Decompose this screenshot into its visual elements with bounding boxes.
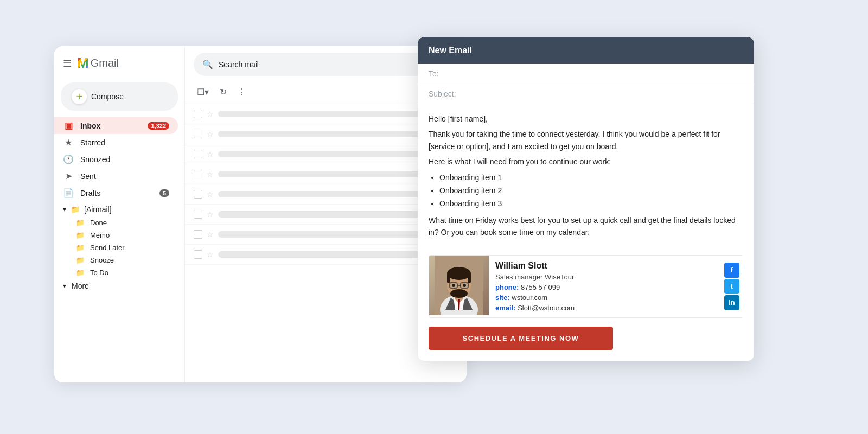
email-checkbox[interactable] bbox=[194, 190, 202, 199]
sidebar-item-snoozed[interactable]: 🕐 Snoozed bbox=[54, 151, 178, 168]
person-avatar-svg bbox=[435, 256, 483, 315]
inbox-icon: ▣ bbox=[63, 120, 74, 131]
star-icon[interactable]: ☆ bbox=[207, 170, 214, 178]
starred-label: Starred bbox=[80, 138, 169, 147]
sidebar-item-inbox[interactable]: ▣ Inbox 1,322 bbox=[54, 117, 178, 134]
subfolder-icon: 📁 bbox=[76, 231, 85, 239]
compose-window-title: New Email bbox=[418, 37, 754, 64]
star-icon[interactable]: ☆ bbox=[207, 150, 214, 158]
cta-wrapper: SCHEDULE A MEETING NOW bbox=[418, 327, 754, 361]
sendlater-label: Send Later bbox=[90, 244, 125, 252]
drafts-label: Drafts bbox=[80, 189, 153, 197]
airmail-section: ▾ 📁 [Airmail] 📁 Done 📁 Memo 📁 Send Later… bbox=[54, 202, 184, 279]
done-label: Done bbox=[90, 219, 107, 227]
chevron-down-icon: ▾ bbox=[63, 206, 66, 213]
gmail-m-icon: M bbox=[77, 55, 88, 72]
signature-site: site: wstour.com bbox=[495, 293, 714, 302]
sidebar-item-sendlater[interactable]: 📁 Send Later bbox=[54, 241, 184, 254]
compose-subject-row: Subject: bbox=[418, 84, 754, 104]
memo-label: Memo bbox=[90, 231, 110, 239]
sidebar-item-todo[interactable]: 📁 To Do bbox=[54, 266, 184, 279]
star-icon: ★ bbox=[63, 137, 74, 148]
chevron-down-icon: ▾ bbox=[63, 282, 66, 290]
svg-point-12 bbox=[463, 284, 466, 287]
email-value: Slott@wstour.com bbox=[518, 304, 575, 312]
sidebar-item-done[interactable]: 📁 Done bbox=[54, 216, 184, 229]
snooze-label: Snooze bbox=[90, 256, 114, 264]
hamburger-icon[interactable]: ☰ bbox=[63, 58, 72, 69]
twitter-button[interactable]: t bbox=[724, 279, 739, 294]
sidebar-item-drafts[interactable]: 📄 Drafts 5 bbox=[54, 184, 178, 201]
sent-label: Sent bbox=[80, 172, 169, 181]
sidebar-item-more[interactable]: ▾ More bbox=[54, 279, 184, 293]
site-value: wstour.com bbox=[512, 293, 547, 302]
greeting-text: Hello [first name], bbox=[429, 113, 743, 125]
subject-label: Subject: bbox=[429, 90, 461, 98]
compose-window: New Email To: Subject: Hello [first name… bbox=[418, 37, 754, 361]
star-icon[interactable]: ☆ bbox=[207, 110, 214, 118]
sidebar-item-sent[interactable]: ➤ Sent bbox=[54, 168, 178, 184]
phone-value: 8755 57 099 bbox=[521, 283, 560, 291]
send-icon: ➤ bbox=[63, 171, 74, 181]
phone-label: phone: bbox=[495, 283, 519, 291]
star-icon[interactable]: ☆ bbox=[207, 210, 214, 219]
more-options-button[interactable]: ⋮ bbox=[234, 85, 250, 99]
facebook-button[interactable]: f bbox=[724, 263, 739, 278]
airmail-label: [Airmail] bbox=[84, 205, 112, 214]
svg-point-11 bbox=[452, 284, 455, 287]
compose-to-row: To: bbox=[418, 64, 754, 84]
gmail-wordmark: Gmail bbox=[91, 57, 119, 69]
compose-body[interactable]: Hello [first name], Thank you for taking… bbox=[418, 104, 754, 251]
subfolder-icon: 📁 bbox=[76, 219, 85, 227]
draft-icon: 📄 bbox=[63, 188, 74, 198]
gmail-window: ☰ M Gmail + Compose ▣ Inbox 1,322 ★ Star… bbox=[54, 46, 467, 382]
linkedin-button[interactable]: in bbox=[724, 295, 739, 310]
folder-icon: 📁 bbox=[71, 205, 80, 214]
inbox-label: Inbox bbox=[80, 122, 141, 130]
signature-name: William Slott bbox=[495, 261, 714, 271]
email-checkbox[interactable] bbox=[194, 150, 202, 158]
snoozed-label: Snoozed bbox=[80, 155, 169, 164]
star-icon[interactable]: ☆ bbox=[207, 250, 214, 259]
sidebar-item-memo[interactable]: 📁 Memo bbox=[54, 229, 184, 241]
select-all-button[interactable]: ☐▾ bbox=[194, 85, 212, 99]
more-label: More bbox=[72, 282, 89, 290]
clock-icon: 🕐 bbox=[63, 154, 74, 164]
gmail-logo: M Gmail bbox=[77, 55, 119, 72]
onboarding-list: Onboarding item 1 Onboarding item 2 Onbo… bbox=[439, 171, 743, 210]
subfolder-icon: 📁 bbox=[76, 244, 85, 252]
search-input[interactable]: Search mail bbox=[219, 60, 449, 69]
email-checkbox[interactable] bbox=[194, 170, 202, 178]
list-item: Onboarding item 3 bbox=[439, 197, 743, 209]
plus-icon: + bbox=[76, 91, 82, 103]
list-item: Onboarding item 2 bbox=[439, 184, 743, 196]
email-checkbox[interactable] bbox=[194, 210, 202, 219]
star-icon[interactable]: ☆ bbox=[207, 190, 214, 199]
body-line1: Thank you for taking the time to connect… bbox=[429, 128, 743, 152]
signature-phone: phone: 8755 57 099 bbox=[495, 283, 714, 291]
todo-label: To Do bbox=[90, 269, 108, 277]
sidebar-item-snooze[interactable]: 📁 Snooze bbox=[54, 254, 184, 266]
email-checkbox[interactable] bbox=[194, 110, 202, 118]
star-icon[interactable]: ☆ bbox=[207, 130, 214, 138]
email-label: email: bbox=[495, 304, 516, 312]
email-checkbox[interactable] bbox=[194, 130, 202, 138]
svg-rect-5 bbox=[447, 273, 450, 283]
airmail-header[interactable]: ▾ 📁 [Airmail] bbox=[54, 202, 184, 216]
email-checkbox[interactable] bbox=[194, 250, 202, 259]
email-checkbox[interactable] bbox=[194, 230, 202, 239]
compose-button[interactable]: + Compose bbox=[61, 82, 178, 111]
subfolder-icon: 📁 bbox=[76, 269, 85, 277]
list-item: Onboarding item 1 bbox=[439, 171, 743, 183]
schedule-meeting-button[interactable]: SCHEDULE A MEETING NOW bbox=[429, 327, 613, 350]
signature-social: f t in bbox=[721, 256, 743, 317]
signature-info: William Slott Sales manager WiseTour pho… bbox=[489, 256, 721, 317]
svg-point-7 bbox=[450, 289, 468, 298]
search-icon: 🔍 bbox=[202, 59, 213, 69]
compose-plus-icon: + bbox=[72, 89, 87, 104]
refresh-button[interactable]: ↻ bbox=[216, 85, 230, 99]
star-icon[interactable]: ☆ bbox=[207, 230, 214, 239]
svg-rect-6 bbox=[468, 273, 471, 283]
sidebar-item-starred[interactable]: ★ Starred bbox=[54, 134, 178, 151]
signature-photo bbox=[429, 256, 489, 315]
